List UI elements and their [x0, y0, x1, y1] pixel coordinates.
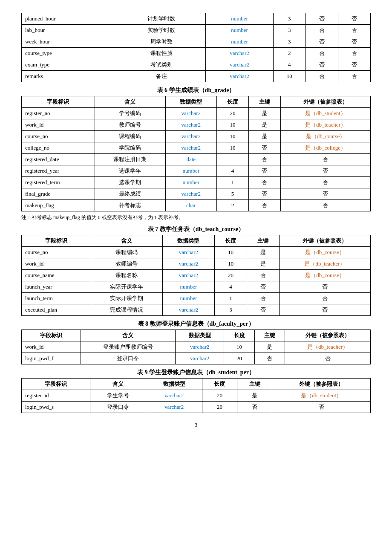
table-cell: 2 — [273, 48, 306, 59]
table-cell: executed_plan — [22, 304, 91, 316]
table-header: 含义 — [95, 96, 165, 108]
table-cell: 20 — [202, 390, 237, 402]
table-cell: 1 — [216, 177, 248, 188]
table-cell: 最终成绩 — [95, 188, 165, 200]
table-row: registered_term选课学期number1否否 — [22, 177, 371, 188]
table-cell: number — [165, 177, 216, 188]
table-cell: 课程性质 — [117, 48, 206, 59]
table-cell: 20 — [216, 108, 248, 119]
table-cell: 周学时数 — [117, 36, 206, 48]
table-cell: 是（db_course） — [279, 247, 370, 258]
table-cell: 否 — [248, 177, 280, 188]
table-cell: 课程名称 — [91, 270, 162, 281]
table-cell: register_id — [22, 390, 90, 402]
table-cell: 是（db_teacher） — [280, 119, 370, 131]
table-cell: 3 — [214, 304, 247, 316]
table-cell: 课程编码 — [95, 131, 165, 142]
table-header: 字段标识 — [22, 96, 95, 108]
table-cell: 是 — [237, 390, 272, 402]
table-cell: 否 — [248, 154, 280, 165]
table-header: 长度 — [216, 96, 248, 108]
table-cell: varchar2 — [165, 131, 216, 142]
table-cell: 否 — [237, 402, 272, 413]
table-cell: 否 — [306, 71, 338, 82]
table-cell: 完成课程情况 — [91, 304, 162, 316]
table-cell: 是（db_college） — [280, 142, 370, 154]
table-cell: number — [206, 25, 273, 36]
table-cell: date — [165, 154, 216, 165]
table-cell: launch_year — [22, 281, 91, 293]
table-cell: 10 — [273, 71, 306, 82]
table-header: 字段标识 — [22, 330, 81, 341]
table-row: course_no课程编码varchar210是是（db_course） — [22, 131, 371, 142]
table-cell: varchar2 — [175, 341, 224, 353]
table-cell: 补考标志 — [95, 200, 165, 211]
table-cell: 否 — [280, 154, 370, 165]
table-cell: registered_date — [22, 154, 95, 165]
table-cell: 学生学号 — [90, 390, 146, 402]
table-cell: 是 — [247, 258, 279, 270]
table-cell: 考试类别 — [117, 59, 206, 71]
table-cell: 4 — [216, 165, 248, 177]
table-cell: 登录口令 — [81, 353, 175, 364]
table-cell: 4 — [214, 281, 247, 293]
table-cell: 是 — [254, 341, 285, 353]
table-header: 主键 — [237, 379, 272, 390]
table-cell: 10 — [214, 258, 247, 270]
table-cell: varchar2 — [206, 59, 273, 71]
table-cell: number — [162, 281, 214, 293]
table-cell: week_hour — [22, 36, 117, 48]
table-cell: 是 — [248, 108, 280, 119]
table8-title: 表 8 教师登录账户信息表（db_faculty_per） — [21, 320, 371, 328]
table-cell: number — [165, 165, 216, 177]
table-header: 含义 — [90, 379, 146, 390]
table-cell: varchar2 — [206, 71, 273, 82]
table-cell: 否 — [248, 165, 280, 177]
table-row: final_grade最终成绩varchar25否否 — [22, 188, 371, 200]
table-cell: 否 — [280, 165, 370, 177]
table-cell — [216, 154, 248, 165]
table-cell: varchar2 — [162, 304, 214, 316]
table-cell: course_type — [22, 48, 117, 59]
table-cell: number — [206, 13, 273, 25]
table-cell: varchar2 — [165, 119, 216, 131]
table-header: 长度 — [214, 235, 247, 247]
table-cell: login_pwd_s — [22, 402, 90, 413]
table-header: 外键（被参照表） — [280, 96, 370, 108]
table-cell: varchar2 — [146, 390, 202, 402]
table-cell: varchar2 — [206, 48, 273, 59]
table-row: launch_year实际开课学年number4否否 — [22, 281, 371, 293]
table-header: 主键 — [254, 330, 285, 341]
table-cell: registered_term — [22, 177, 95, 188]
table9-title: 表 9 学生登录账户信息表（db_student_per） — [21, 369, 371, 376]
table-cell: varchar2 — [175, 353, 224, 364]
grade-note: 注：补考标志 makeup_flag 的值为 0 或空表示没有补考，为 1 表示… — [21, 214, 371, 221]
table-cell: varchar2 — [162, 247, 214, 258]
table-cell: varchar2 — [162, 270, 214, 281]
table-cell: 否 — [279, 293, 370, 304]
table-cell: varchar2 — [162, 258, 214, 270]
table-cell: 否 — [338, 71, 370, 82]
table-cell: 教师编号 — [95, 119, 165, 131]
table-cell: exam_type — [22, 59, 117, 71]
table-header: 外键（被参照表） — [279, 235, 370, 247]
table-cell: 学院编码 — [95, 142, 165, 154]
table-cell: 实验学时数 — [117, 25, 206, 36]
table-cell: 是（db_teacher） — [285, 341, 371, 353]
table-cell: 10 — [216, 142, 248, 154]
table-row: login_pwd_f登录口令varchar220否否 — [22, 353, 371, 364]
table-cell: 否 — [338, 13, 370, 25]
table-cell: 实际开课学期 — [91, 293, 162, 304]
table-cell: 计划学时数 — [117, 13, 206, 25]
table-cell: 否 — [279, 304, 370, 316]
table-cell: 20 — [224, 353, 254, 364]
table-cell: 否 — [247, 304, 279, 316]
table-header: 外键（被参照表） — [272, 379, 371, 390]
table-cell: 否 — [272, 402, 371, 413]
table-header: 外键（被参照表） — [285, 330, 371, 341]
table-cell: remarks — [22, 71, 117, 82]
table-cell: 否 — [338, 59, 370, 71]
table-row: register_id学生学号varchar220是是（db_student） — [22, 390, 371, 402]
table-header: 数据类型 — [165, 96, 216, 108]
table-cell: varchar2 — [165, 142, 216, 154]
